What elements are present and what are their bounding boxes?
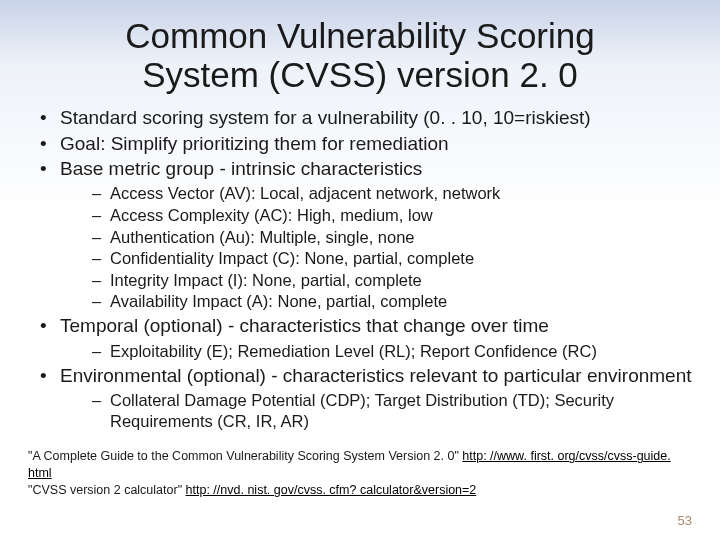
reference-link[interactable]: http: //nvd. nist. gov/cvss. cfm? calcul… <box>186 483 477 497</box>
sub-bullet-text: Collateral Damage Potential (CDP); Targe… <box>110 391 614 430</box>
sub-bullet-text: Confidentiality Impact (C): None, partia… <box>110 249 474 267</box>
slide: Common Vulnerability Scoring System (CVS… <box>0 0 720 540</box>
sub-bullet-item: Confidentiality Impact (C): None, partia… <box>88 248 692 269</box>
bullet-text: Goal: Simplify prioritizing them for rem… <box>60 133 449 154</box>
sub-bullet-item: Access Vector (AV): Local, adjacent netw… <box>88 183 692 204</box>
sub-bullet-text: Authentication (Au): Multiple, single, n… <box>110 228 415 246</box>
sub-bullet-text: Access Complexity (AC): High, medium, lo… <box>110 206 433 224</box>
sub-bullet-item: Exploitability (E); Remediation Level (R… <box>88 341 692 362</box>
sub-bullet-text: Integrity Impact (I): None, partial, com… <box>110 271 422 289</box>
reference-line: "A Complete Guide to the Common Vulnerab… <box>28 448 692 482</box>
sub-bullet-item: Integrity Impact (I): None, partial, com… <box>88 270 692 291</box>
bullet-item: Temporal (optional) - characteristics th… <box>34 314 692 361</box>
references: "A Complete Guide to the Common Vulnerab… <box>28 448 692 499</box>
reference-text: "A Complete Guide to the Common Vulnerab… <box>28 449 462 463</box>
reference-text: "CVSS version 2 calculator" <box>28 483 186 497</box>
sub-bullet-item: Collateral Damage Potential (CDP); Targe… <box>88 390 692 432</box>
sub-bullet-text: Access Vector (AV): Local, adjacent netw… <box>110 184 500 202</box>
bullet-item: Environmental (optional) - characteristi… <box>34 364 692 433</box>
sub-bullet-list: Access Vector (AV): Local, adjacent netw… <box>88 183 692 312</box>
bullet-item: Goal: Simplify prioritizing them for rem… <box>34 132 692 156</box>
sub-bullet-item: Access Complexity (AC): High, medium, lo… <box>88 205 692 226</box>
bullet-text: Environmental (optional) - characteristi… <box>60 365 692 386</box>
reference-line: "CVSS version 2 calculator" http: //nvd.… <box>28 482 692 499</box>
sub-bullet-list: Collateral Damage Potential (CDP); Targe… <box>88 390 692 432</box>
bullet-item: Standard scoring system for a vulnerabil… <box>34 106 692 130</box>
page-number: 53 <box>678 513 692 528</box>
sub-bullet-text: Availability Impact (A): None, partial, … <box>110 292 447 310</box>
sub-bullet-list: Exploitability (E); Remediation Level (R… <box>88 341 692 362</box>
bullet-text: Standard scoring system for a vulnerabil… <box>60 107 591 128</box>
bullet-list: Standard scoring system for a vulnerabil… <box>34 106 692 432</box>
slide-title: Common Vulnerability Scoring System (CVS… <box>68 16 652 94</box>
sub-bullet-item: Authentication (Au): Multiple, single, n… <box>88 227 692 248</box>
sub-bullet-text: Exploitability (E); Remediation Level (R… <box>110 342 597 360</box>
bullet-text: Temporal (optional) - characteristics th… <box>60 315 549 336</box>
bullet-text: Base metric group - intrinsic characteri… <box>60 158 422 179</box>
bullet-item: Base metric group - intrinsic characteri… <box>34 157 692 312</box>
sub-bullet-item: Availability Impact (A): None, partial, … <box>88 291 692 312</box>
